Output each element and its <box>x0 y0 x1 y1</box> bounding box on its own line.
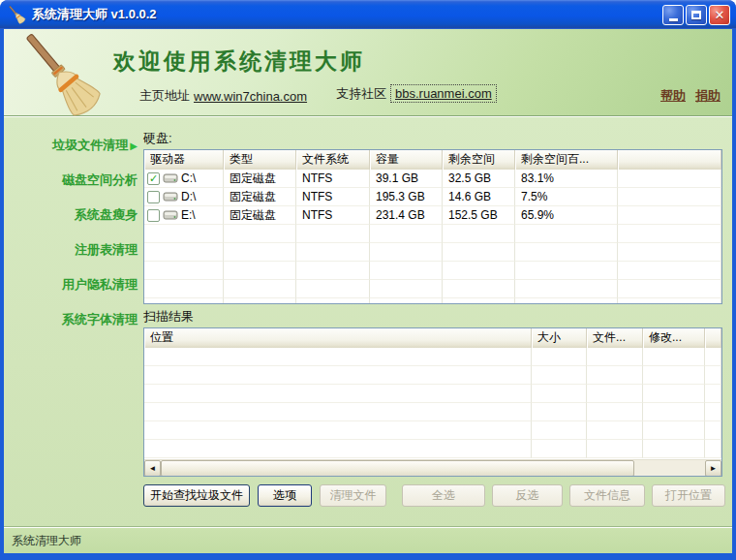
welcome-title: 欢迎使用系统清理大师 <box>113 47 365 77</box>
file-info-button: 文件信息 <box>569 484 645 507</box>
active-arrow-icon: ▶ <box>130 140 138 151</box>
sidebar-item-junk-clean[interactable]: 垃圾文件清理▶ <box>4 138 143 153</box>
app-window: 系统清理大师 v1.0.0.2 ✕ 欢迎使用系统清理大师 主页地址 www.wi… <box>0 0 736 560</box>
column-header-drive[interactable]: 驱动器 <box>144 150 224 170</box>
drive-c-checkbox[interactable]: ✓ <box>147 172 160 185</box>
minimize-button[interactable] <box>662 5 684 25</box>
invert-selection-button: 反选 <box>492 484 563 507</box>
sidebar-item-system-slim[interactable]: 系统盘瘦身 <box>4 207 143 223</box>
column-header-size[interactable]: 大小 <box>532 328 587 348</box>
sidebar-item-registry-clean[interactable]: 注册表清理 <box>4 242 143 258</box>
homepage-label: 主页地址 <box>139 87 190 105</box>
sidebar-item-privacy-clean[interactable]: 用户隐私清理 <box>4 277 143 293</box>
empty-row <box>144 243 721 262</box>
empty-row <box>144 403 721 421</box>
community-label: 支持社区 <box>336 85 386 103</box>
homepage-link[interactable]: www.win7china.com <box>194 89 307 104</box>
help-link[interactable]: 帮助 <box>660 87 686 105</box>
minimize-icon <box>669 18 678 21</box>
horizontal-scrollbar: ◄ ► <box>144 459 721 476</box>
action-buttons: 开始查找垃圾文件 选项 清理文件 全选 反选 文件信息 打开位置 <box>143 484 732 507</box>
table-row-drive-c[interactable]: ✓ C:\ 固定磁盘 NTFS 39.1 GB 32.5 GB 83.1% <box>144 170 721 188</box>
empty-row <box>144 262 721 280</box>
disks-table: 驱动器 类型 文件系统 容量 剩余空间 剩余空间百... ✓ C:\ 固定磁盘 … <box>143 149 722 304</box>
column-header-files[interactable]: 文件... <box>587 328 643 348</box>
disks-table-header: 驱动器 类型 文件系统 容量 剩余空间 剩余空间百... <box>144 150 721 170</box>
scroll-right-icon: ► <box>710 464 718 473</box>
window-title: 系统清理大师 v1.0.0.2 <box>32 6 662 23</box>
homepage-row: 主页地址 www.win7china.com <box>139 87 307 105</box>
table-row-drive-d[interactable]: D:\ 固定磁盘 NTFS 195.3 GB 14.6 GB 7.5% <box>144 188 721 206</box>
column-header-spacer <box>705 328 721 348</box>
header: 欢迎使用系统清理大师 主页地址 www.win7china.com 支持社区 b… <box>4 29 732 116</box>
empty-row <box>144 366 721 385</box>
scrollbar-thumb[interactable] <box>161 460 634 477</box>
main-panel: 硬盘: 驱动器 类型 文件系统 容量 剩余空间 剩余空间百... ✓ C:\ <box>143 116 732 527</box>
empty-row <box>144 385 721 403</box>
table-row-drive-e[interactable]: E:\ 固定磁盘 NTFS 231.4 GB 152.5 GB 65.9% <box>144 206 721 225</box>
column-header-location[interactable]: 位置 <box>144 328 532 348</box>
community-link[interactable]: bbs.ruanmei.com <box>390 84 497 103</box>
hard-drive-icon <box>163 172 178 184</box>
scan-table-header: 位置 大小 文件... 修改... <box>144 328 721 348</box>
column-header-filesystem[interactable]: 文件系统 <box>296 150 370 170</box>
scan-results-table: 位置 大小 文件... 修改... ◄ ► <box>143 327 722 477</box>
scan-section-label: 扫描结果 <box>143 308 732 324</box>
column-header-free[interactable]: 剩余空间 <box>443 150 515 170</box>
hard-drive-icon <box>163 209 178 221</box>
help-links: 帮助 捐助 <box>660 87 721 105</box>
drive-e-checkbox[interactable] <box>147 209 160 222</box>
maximize-icon <box>691 11 701 19</box>
column-header-modified[interactable]: 修改... <box>643 328 705 348</box>
status-bar: 系统清理大师 <box>4 527 732 553</box>
drive-d-checkbox[interactable] <box>147 191 160 203</box>
app-broom-icon <box>8 5 27 24</box>
scroll-left-button[interactable]: ◄ <box>144 460 161 477</box>
empty-row <box>144 440 721 458</box>
empty-row <box>144 225 721 243</box>
window-controls: ✕ <box>662 5 730 25</box>
close-icon: ✕ <box>715 9 725 21</box>
sidebar: 垃圾文件清理▶ 磁盘空间分析 系统盘瘦身 注册表清理 用户隐私清理 系统字体清理 <box>4 116 143 527</box>
select-all-button: 全选 <box>402 484 485 507</box>
scroll-left-icon: ◄ <box>149 464 157 473</box>
open-location-button: 打开位置 <box>652 484 725 507</box>
titlebar[interactable]: 系统清理大师 v1.0.0.2 ✕ <box>0 0 736 29</box>
sidebar-item-disk-analysis[interactable]: 磁盘空间分析 <box>4 172 143 188</box>
column-header-capacity[interactable]: 容量 <box>370 150 443 170</box>
empty-row <box>144 280 721 298</box>
column-header-type[interactable]: 类型 <box>224 150 296 170</box>
column-header-spacer <box>618 150 721 170</box>
disks-section-label: 硬盘: <box>143 130 732 145</box>
scroll-right-button[interactable]: ► <box>705 460 721 477</box>
maximize-button[interactable] <box>686 5 707 25</box>
broom-logo-icon <box>17 31 110 116</box>
check-icon: ✓ <box>149 173 158 184</box>
empty-row <box>144 348 721 366</box>
donate-link[interactable]: 捐助 <box>695 87 721 105</box>
hard-drive-icon <box>163 191 178 202</box>
sidebar-item-font-clean[interactable]: 系统字体清理 <box>4 312 143 327</box>
empty-row <box>144 421 721 440</box>
community-row: 支持社区 bbs.ruanmei.com <box>336 84 497 103</box>
close-button[interactable]: ✕ <box>709 5 730 25</box>
scrollbar-track[interactable] <box>161 460 705 476</box>
clean-files-button: 清理文件 <box>320 484 386 507</box>
content-area: 垃圾文件清理▶ 磁盘空间分析 系统盘瘦身 注册表清理 用户隐私清理 系统字体清理… <box>4 116 732 527</box>
options-button[interactable]: 选项 <box>258 484 312 507</box>
status-text: 系统清理大师 <box>12 533 81 549</box>
column-header-free-percent[interactable]: 剩余空间百... <box>515 150 618 170</box>
start-scan-button[interactable]: 开始查找垃圾文件 <box>143 484 250 507</box>
empty-row <box>144 298 721 304</box>
